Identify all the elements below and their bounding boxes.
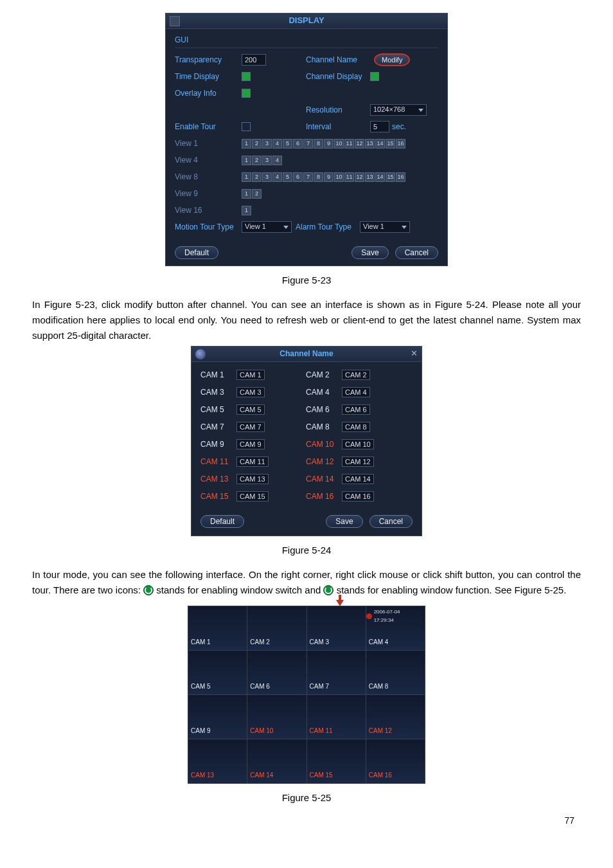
cam-input[interactable]: CAM 1 <box>236 370 265 380</box>
channel-cell-14[interactable]: 14 <box>375 172 385 182</box>
tour-cell[interactable]: CAM 6 <box>247 651 306 694</box>
channel-cell-3[interactable]: 3 <box>262 172 272 182</box>
channel-cell-10[interactable]: 10 <box>334 172 344 182</box>
cam-input[interactable]: CAM 12 <box>342 457 374 467</box>
resolution-dropdown[interactable]: 1024×768 <box>370 104 427 116</box>
cam-input[interactable]: CAM 5 <box>236 404 265 415</box>
tour-cell[interactable]: CAM 8 <box>366 651 425 694</box>
cam-input[interactable]: CAM 8 <box>342 422 370 432</box>
channel-cell-2[interactable]: 2 <box>252 172 262 182</box>
cancel-button[interactable]: Cancel <box>395 246 438 259</box>
enable-tour-checkbox[interactable] <box>242 122 251 131</box>
save-button[interactable]: Save <box>326 515 362 528</box>
record-dot-icon <box>366 613 372 619</box>
channel-cell-1[interactable]: 1 <box>242 172 251 182</box>
tour-cell[interactable]: CAM 7 <box>307 651 366 694</box>
cam-input[interactable]: CAM 7 <box>236 422 265 432</box>
cam-input[interactable]: CAM 3 <box>236 387 265 397</box>
channel-cell-4[interactable]: 4 <box>272 172 282 182</box>
cam-input[interactable]: CAM 15 <box>236 491 269 502</box>
channel-cell-5[interactable]: 5 <box>283 172 292 182</box>
channel-cell-9[interactable]: 9 <box>324 172 333 182</box>
channel-cell-2[interactable]: 2 <box>252 156 262 165</box>
view16-strip[interactable]: 1 <box>242 206 251 215</box>
cam-input[interactable]: CAM 2 <box>342 370 370 380</box>
channel-cell-13[interactable]: 13 <box>365 172 375 182</box>
channel-cell-4[interactable]: 4 <box>272 139 282 149</box>
channel-cell-6[interactable]: 6 <box>293 172 303 182</box>
default-button[interactable]: Default <box>200 515 244 528</box>
motion-tour-label: Motion Tour Type <box>175 221 242 233</box>
interval-input[interactable]: 5 <box>370 121 389 132</box>
cam-input[interactable]: CAM 10 <box>342 439 374 449</box>
tour-cell[interactable]: CAM 15 <box>307 739 366 783</box>
tour-cell[interactable]: CAM 42006-07-04 17:29:34 <box>366 606 425 650</box>
channel-cell-2[interactable]: 2 <box>252 139 262 149</box>
tour-cell[interactable]: CAM 11 <box>307 695 366 739</box>
cam-input[interactable]: CAM 16 <box>342 491 374 502</box>
channel-cell-1[interactable]: 1 <box>242 156 251 165</box>
channel-cell-10[interactable]: 10 <box>334 139 344 149</box>
cam-input[interactable]: CAM 11 <box>236 457 269 467</box>
tour-cell[interactable]: CAM 14 <box>247 739 306 783</box>
channel-cell-16[interactable]: 16 <box>396 172 405 182</box>
modify-button[interactable]: Modify <box>374 53 410 66</box>
cam-input[interactable]: CAM 4 <box>342 387 370 397</box>
tour-cell-label: CAM 3 <box>310 637 330 647</box>
chevron-down-icon <box>402 226 407 229</box>
default-button[interactable]: Default <box>175 246 218 259</box>
channel-cell-15[interactable]: 15 <box>386 172 395 182</box>
channel-cell-4[interactable]: 4 <box>272 156 282 165</box>
tour-cell-label: CAM 4 <box>369 637 389 647</box>
cam-input[interactable]: CAM 6 <box>342 404 370 415</box>
cancel-button[interactable]: Cancel <box>369 515 413 528</box>
tour-cell[interactable]: CAM 9 <box>188 695 247 739</box>
channel-cell-3[interactable]: 3 <box>262 156 272 165</box>
channel-cell-12[interactable]: 12 <box>355 172 364 182</box>
motion-tour-dropdown[interactable]: View 1 <box>242 221 292 233</box>
channel-cell-1[interactable]: 1 <box>242 206 251 215</box>
channel-cell-6[interactable]: 6 <box>293 139 303 149</box>
tour-cell[interactable]: CAM 3 <box>307 606 366 650</box>
channel-cell-9[interactable]: 9 <box>324 139 333 149</box>
cam-input[interactable]: CAM 13 <box>236 474 269 484</box>
view8-strip[interactable]: 12345678910111213141516 <box>242 172 405 182</box>
channel-name-panel: Channel Name ✕ CAM 1CAM 1CAM 2CAM 2CAM 3… <box>191 346 422 536</box>
save-button[interactable]: Save <box>351 246 388 259</box>
tour-cell[interactable]: CAM 13 <box>188 739 247 783</box>
time-display-checkbox[interactable] <box>242 72 251 81</box>
channel-cell-7[interactable]: 7 <box>303 172 313 182</box>
channel-cell-12[interactable]: 12 <box>355 139 364 149</box>
channel-cell-8[interactable]: 8 <box>314 172 323 182</box>
channel-cell-11[interactable]: 11 <box>344 139 354 149</box>
tour-cell[interactable]: CAM 12 <box>366 695 425 739</box>
channel-cell-13[interactable]: 13 <box>365 139 375 149</box>
view9-strip[interactable]: 12 <box>242 189 262 199</box>
view4-strip[interactable]: 1234 <box>242 156 282 165</box>
channel-cell-5[interactable]: 5 <box>283 139 292 149</box>
tour-cell[interactable]: CAM 1 <box>188 606 247 650</box>
channel-cell-15[interactable]: 15 <box>386 139 395 149</box>
tour-cell[interactable]: CAM 2 <box>247 606 306 650</box>
channel-cell-8[interactable]: 8 <box>314 139 323 149</box>
channel-cell-2[interactable]: 2 <box>252 189 262 199</box>
channel-cell-11[interactable]: 11 <box>344 172 354 182</box>
channel-cell-3[interactable]: 3 <box>262 139 272 149</box>
tour-cell[interactable]: CAM 5 <box>188 651 247 694</box>
channel-cell-1[interactable]: 1 <box>242 139 251 149</box>
close-icon[interactable]: ✕ <box>411 347 418 361</box>
channel-cell-1[interactable]: 1 <box>242 189 251 199</box>
overlay-info-checkbox[interactable] <box>242 89 251 98</box>
tour-cell[interactable]: CAM 10 <box>247 695 306 739</box>
alarm-tour-dropdown[interactable]: View 1 <box>360 221 410 233</box>
channel-cell-7[interactable]: 7 <box>303 139 313 149</box>
channel-cell-16[interactable]: 16 <box>396 139 405 149</box>
transparency-input[interactable]: 200 <box>242 54 266 66</box>
enable-tour-label: Enable Tour <box>175 121 242 133</box>
cam-input[interactable]: CAM 14 <box>342 474 374 484</box>
tour-cell[interactable]: CAM 16 <box>366 739 425 783</box>
view1-strip[interactable]: 12345678910111213141516 <box>242 139 405 149</box>
channel-display-checkbox[interactable] <box>370 72 379 81</box>
cam-input[interactable]: CAM 9 <box>236 439 265 449</box>
channel-cell-14[interactable]: 14 <box>375 139 385 149</box>
